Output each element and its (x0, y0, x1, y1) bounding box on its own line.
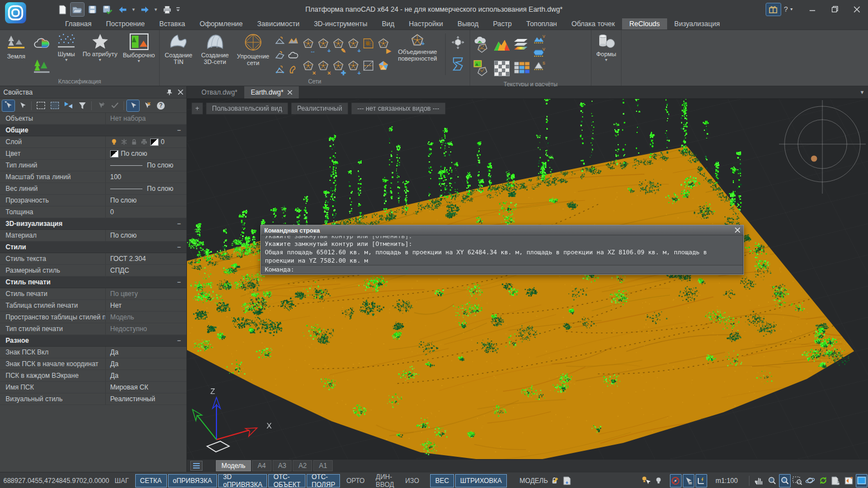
collapse-icon[interactable]: − (177, 243, 181, 251)
command-line-window[interactable]: Командная строка Укажите замкнутый конту… (260, 225, 744, 275)
property-value[interactable]: По слою (106, 196, 186, 204)
property-value[interactable]: СПДС (106, 267, 186, 274)
redo-button[interactable] (138, 3, 151, 16)
orbit-icon[interactable] (805, 474, 816, 487)
point-cloud-canvas[interactable] (187, 99, 868, 459)
ribbon-tab[interactable]: Главная (58, 18, 99, 29)
ribbon-tab[interactable]: Вид (374, 18, 402, 29)
image-to-mesh-icon[interactable] (472, 57, 492, 80)
status-toggle[interactable]: СЕТКА (135, 474, 167, 487)
mesh-delete-icon[interactable]: × (301, 55, 316, 77)
command-window-titlebar[interactable]: Командная строка (261, 225, 743, 235)
classify-ground-button[interactable]: Земля (2, 31, 31, 77)
classify-by-attribute-button[interactable]: По атрибуту ▼ (81, 31, 119, 77)
mesh-edit-vertex-icon[interactable]: ✎ (331, 32, 346, 55)
property-value[interactable]: По слою (106, 161, 186, 169)
document-tab[interactable]: Отвал.dwg* (195, 86, 244, 98)
mesh-add-vertex-icon[interactable]: + (316, 32, 331, 55)
property-section-header[interactable]: Стиль печати− (0, 277, 186, 288)
lightweight-cursor-icon[interactable] (640, 474, 652, 487)
layer-freeze-icon[interactable] (120, 138, 128, 146)
layer-print-icon[interactable] (140, 138, 148, 146)
quick-select-tool[interactable] (62, 100, 75, 111)
layer-lock-icon[interactable] (130, 138, 138, 146)
ribbon-tab[interactable]: Оформление (193, 18, 250, 29)
property-section-header[interactable]: 3D-визуализация− (0, 218, 186, 230)
regen-icon[interactable] (817, 474, 829, 487)
annotation-scale[interactable]: m1:100 (716, 477, 738, 485)
status-toggle[interactable]: ВЕС (430, 474, 454, 487)
collapse-icon[interactable]: − (177, 337, 181, 344)
redo-dropdown-icon[interactable]: ▼ (153, 7, 159, 12)
status-toggle[interactable]: ИЗО (400, 474, 424, 487)
save-button[interactable] (86, 3, 99, 16)
layout-tab-A2[interactable]: A2 (293, 460, 312, 471)
highlight-tool[interactable] (127, 100, 139, 111)
ribbon-tab[interactable]: Визуализация (667, 18, 727, 29)
collapse-icon[interactable]: − (177, 278, 181, 286)
fullscreen-icon[interactable] (843, 474, 855, 487)
cloud-to-mesh-icon[interactable] (472, 33, 492, 57)
status-toggle[interactable]: оПРИВЯЗКА (168, 474, 217, 487)
property-value[interactable]: Мировая СК (106, 383, 186, 391)
status-toggle[interactable]: ШАГ (110, 474, 134, 487)
status-toggle[interactable]: 3D оПРИВЯЗКА (218, 474, 267, 487)
checker-texture-icon[interactable] (492, 57, 512, 80)
classify-selective-button[interactable]: Выборочно ▼ (120, 31, 157, 77)
mesh-cloud-icon[interactable] (287, 48, 300, 62)
layout-tab-A1[interactable]: A1 (313, 460, 333, 471)
create-3d-mesh-button[interactable]: Создание 3D-сети (197, 31, 234, 77)
viewport-control-button[interactable]: Пользовательский вид (206, 102, 288, 115)
mesh-insert-icon[interactable]: + (346, 55, 361, 77)
undo-dropdown-icon[interactable]: ▼ (131, 7, 136, 12)
sheet-lock-icon[interactable] (830, 474, 842, 487)
command-prompt[interactable]: Команда: (262, 265, 743, 274)
property-section-header[interactable]: Стили− (0, 241, 186, 253)
merge-surfaces-button[interactable]: + Объединение поверхностей (392, 31, 443, 77)
tab-close-icon[interactable] (288, 90, 292, 95)
tab-list-dropdown-icon[interactable]: ▼ (860, 86, 865, 98)
gift-icon[interactable] (766, 3, 781, 16)
property-value[interactable]: 100 (106, 173, 186, 181)
mesh-edge-swap-icon[interactable]: ↔ (301, 32, 316, 55)
ribbon-tab[interactable]: Растр (486, 18, 519, 29)
status-toggle[interactable]: ОТС-ПОЛЯР (307, 474, 340, 487)
property-value[interactable]: Нет набора (106, 115, 186, 122)
zoom-icon[interactable] (766, 474, 778, 487)
select-add-tool[interactable] (2, 100, 14, 111)
close-panel-icon[interactable] (178, 90, 183, 95)
zoom-window-icon[interactable] (792, 474, 803, 487)
viewport-lock-icon[interactable] (549, 474, 560, 487)
property-value[interactable]: По слою (106, 231, 186, 239)
lighting-icon[interactable] (653, 474, 664, 487)
apply-tool[interactable] (108, 100, 121, 111)
flatten-poly-icon[interactable] (273, 48, 287, 62)
pan-hand-icon[interactable] (753, 474, 765, 487)
mesh-3d-move-button[interactable] (448, 33, 468, 53)
selection-cycling-icon[interactable] (683, 474, 694, 487)
viewport-control-button[interactable]: --- нет связанных видов --- (351, 102, 446, 115)
color-table-icon[interactable] (512, 57, 532, 80)
property-value[interactable]: Да (106, 348, 186, 356)
property-value[interactable]: Да (106, 360, 186, 368)
mesh-add-break-line-icon[interactable]: + (346, 32, 361, 55)
layered-surfaces-icon[interactable] (512, 33, 532, 57)
restore-button[interactable] (823, 0, 846, 18)
viewport-add-button[interactable]: + (191, 102, 203, 115)
create-tin-button[interactable]: Создание TIN (161, 31, 196, 77)
layout-tab-A3[interactable]: A3 (273, 460, 292, 471)
classify-by-color-button[interactable] (32, 33, 52, 54)
property-value[interactable]: По слою (106, 150, 186, 157)
select-tool[interactable] (16, 100, 28, 111)
ribbon-tab[interactable]: ReClouds (622, 18, 667, 29)
volume-box-icon[interactable]: V (533, 47, 545, 58)
dynamic-ucs-icon[interactable] (696, 474, 707, 487)
property-value[interactable]: Нет (106, 302, 186, 309)
layout-list-icon[interactable] (190, 461, 203, 471)
viewport-control-button[interactable]: Реалистичный (291, 102, 348, 115)
property-value[interactable]: По слою (106, 185, 186, 193)
model-viewport[interactable]: Z X +Пользовательский видРеалистичный---… (187, 98, 868, 459)
property-section-header[interactable]: Разное− (0, 335, 186, 347)
mesh-contour-button[interactable] (448, 54, 468, 74)
mesh-delete-vertex-icon[interactable]: × (316, 55, 331, 77)
